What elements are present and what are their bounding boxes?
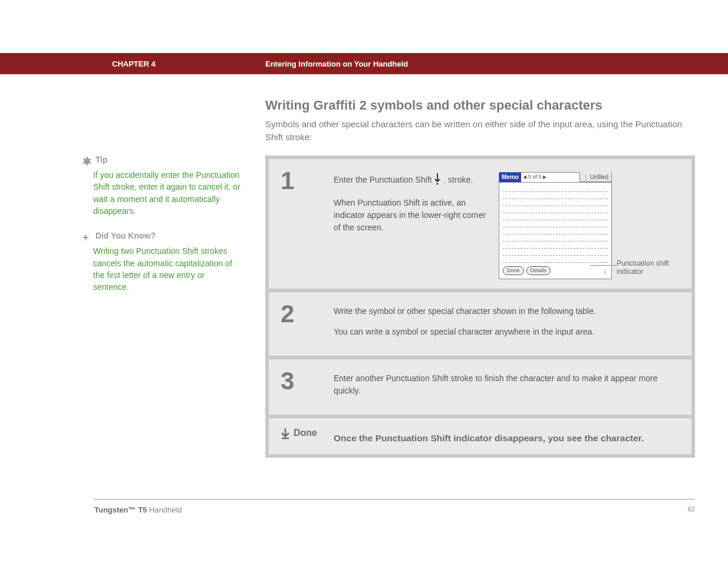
step-2: 2 Write the symbol or other special char… — [269, 292, 691, 356]
triangle-left-icon[interactable]: ◀ — [523, 174, 526, 181]
chapter-header: CHAPTER 4 Entering Information on Your H… — [0, 53, 728, 74]
triangle-right-icon[interactable]: ▶ — [543, 174, 546, 181]
steps-container: 1 Enter the Punctuation Shift — [265, 156, 695, 458]
dyk-body: Writing two Punctuation Shift strokes ca… — [93, 245, 242, 293]
palm-record-count: 5 of 5 — [528, 173, 542, 181]
step-body: Write the symbol or other special charac… — [334, 302, 680, 346]
done-arrow-icon — [281, 428, 290, 442]
plus-icon: + — [83, 230, 93, 245]
palm-category-dropdown[interactable]: ⋮ Unfiled — [579, 172, 611, 182]
palm-nav: ◀ 5 of 5 ▶ — [521, 173, 549, 181]
step-number: 3 — [281, 369, 334, 405]
dyk-block: + Did You Know? Writing two Punctuation … — [83, 230, 242, 293]
section-title: Writing Graffiti 2 symbols and other spe… — [265, 98, 695, 113]
step1-line1: Enter the Punctuation Shift . stroke. — [334, 172, 487, 189]
step3-line1: Enter another Punctuation Shift stroke t… — [334, 372, 680, 397]
step-done: Done Once the Punctuation Shift indicato… — [269, 418, 691, 454]
step2-line2: You can write a symbol or special charac… — [334, 326, 680, 338]
palm-screenshot: Memo ◀ 5 of 5 ▶ ⋮ Unfile — [499, 172, 680, 279]
palm-writing-area[interactable] — [499, 183, 611, 264]
step-number: 2 — [281, 302, 334, 346]
palm-app-name: Memo — [499, 173, 521, 182]
punctuation-shift-indicator-icon: ↓ — [603, 266, 608, 276]
step-body: Enter the Punctuation Shift . stroke. — [334, 168, 680, 279]
step2-line1: Write the symbol or other special charac… — [334, 305, 680, 318]
content-column: Writing Graffiti 2 symbols and other spe… — [265, 98, 695, 458]
palm-done-button[interactable]: Done — [503, 266, 524, 276]
palm-screen: Memo ◀ 5 of 5 ▶ ⋮ Unfile — [499, 172, 612, 279]
callout-leader-line — [590, 265, 617, 266]
callout-label: Punctuation shift indicator — [617, 259, 687, 276]
punctuation-shift-stroke-icon — [434, 172, 441, 189]
tip-block: ✱ Tip If you accidentally enter the Punc… — [83, 154, 242, 217]
palm-button-row: Done Details ↓ — [499, 264, 611, 279]
asterisk-icon: ✱ — [83, 154, 93, 169]
palm-details-button[interactable]: Details — [526, 266, 551, 276]
step-3: 3 Enter another Punctuation Shift stroke… — [269, 359, 691, 415]
step-number: 1 — [281, 168, 334, 279]
sidebar: ✱ Tip If you accidentally enter the Punc… — [83, 98, 265, 458]
svg-point-1 — [437, 183, 439, 184]
product-name: Tungsten™ T5 Handheld — [94, 505, 182, 514]
step-body: Enter another Punctuation Shift stroke t… — [334, 369, 680, 405]
palm-titlebar: Memo ◀ 5 of 5 ▶ ⋮ Unfile — [499, 173, 611, 183]
page-number: 62 — [688, 505, 695, 514]
dropdown-dots-icon: ⋮ — [583, 173, 588, 181]
section-intro: Symbols and other special characters can… — [265, 118, 695, 144]
chapter-title: Entering Information on Your Handheld — [265, 59, 408, 68]
done-text: Once the Punctuation Shift indicator dis… — [334, 428, 680, 445]
main-content: ✱ Tip If you accidentally enter the Punc… — [0, 74, 728, 458]
done-label: Done — [294, 428, 317, 438]
tip-heading: Tip — [95, 155, 108, 164]
step-1: 1 Enter the Punctuation Shift — [269, 159, 691, 289]
page-footer: Tungsten™ T5 Handheld 62 — [94, 499, 695, 532]
dyk-heading: Did You Know? — [95, 231, 156, 240]
tip-body: If you accidentally enter the Punctuatio… — [93, 169, 242, 217]
chapter-label: CHAPTER 4 — [112, 59, 265, 68]
step1-line2: When Punctuation Shift is active, an ind… — [334, 197, 487, 234]
